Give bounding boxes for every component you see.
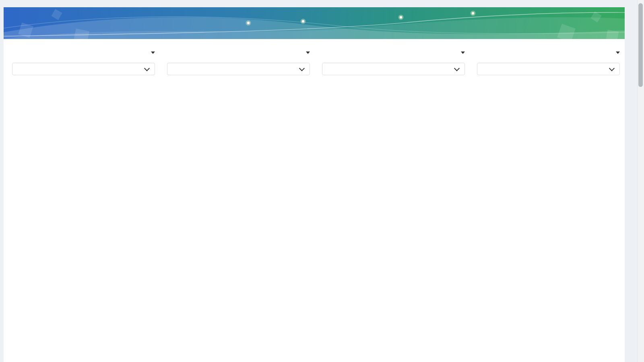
- chart-title: [129, 85, 378, 97]
- stock-top10-bar-chart: [322, 227, 626, 362]
- filter-operator-dropdown[interactable]: [458, 51, 465, 54]
- kpi-outbound-total-value: [4, 175, 131, 191]
- inbound-trend-chart: [129, 85, 378, 203]
- chevron-down-icon: [299, 66, 305, 71]
- chevron-down-icon: [609, 66, 615, 71]
- outbound-trend-line-chart: [382, 97, 626, 203]
- filter-group-waste-category: [12, 51, 155, 76]
- chart-title: [322, 214, 626, 227]
- waste-code-select[interactable]: [322, 63, 465, 75]
- filter-group-waste-code: [322, 51, 465, 76]
- caret-down-icon: [306, 51, 310, 54]
- chevron-down-icon: [144, 66, 150, 71]
- scrollbar-thumb[interactable]: [638, 3, 643, 87]
- category-share-donut-chart: [12, 224, 221, 361]
- chevron-down-icon: [454, 66, 460, 71]
- caret-down-icon: [151, 51, 155, 54]
- vertical-scrollbar[interactable]: [637, 0, 644, 362]
- inbound-trend-line-chart: [129, 97, 378, 203]
- filter-operator-dropdown[interactable]: [303, 51, 310, 54]
- filter-group-waste-property: [477, 51, 620, 76]
- caret-down-icon: [616, 51, 620, 54]
- filter-operator-dropdown[interactable]: [148, 51, 155, 54]
- industry-source-select[interactable]: [167, 63, 310, 75]
- kpi-stock-total-value: [4, 109, 131, 125]
- filter-group-industry-source: [167, 51, 310, 76]
- category-share-chart: [12, 224, 221, 361]
- caret-down-icon: [461, 51, 465, 54]
- waste-property-select[interactable]: [477, 63, 620, 75]
- outbound-trend-chart: [382, 85, 626, 203]
- waste-category-select[interactable]: [12, 63, 155, 75]
- stock-top10-chart: [322, 214, 626, 362]
- dashboard-banner: [4, 7, 625, 39]
- banner-wave-decoration: [4, 7, 625, 39]
- chart-title: [382, 85, 626, 97]
- filter-operator-dropdown[interactable]: [613, 51, 620, 54]
